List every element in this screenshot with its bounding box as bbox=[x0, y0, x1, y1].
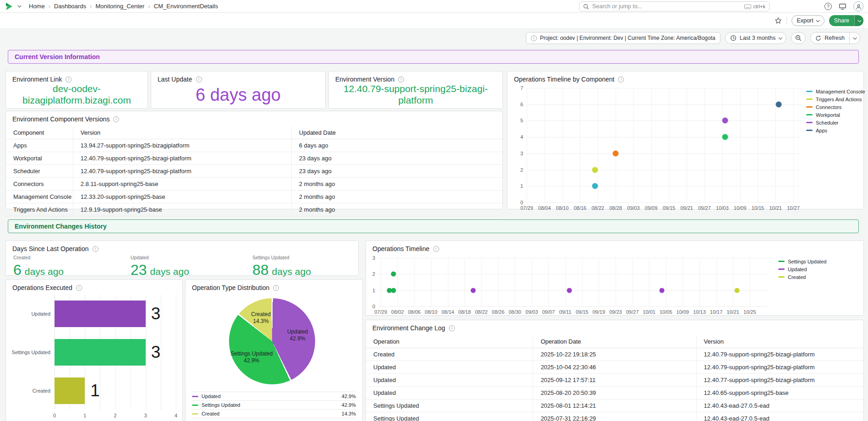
gridline-vertical bbox=[722, 88, 723, 202]
panel-title[interactable]: Operations Timeline bbox=[372, 245, 430, 252]
search-input[interactable] bbox=[592, 3, 741, 10]
panel-title[interactable]: Days Since Last Operation bbox=[12, 245, 89, 252]
gridline-vertical bbox=[599, 258, 599, 306]
legend-item-apps[interactable]: Apps bbox=[806, 127, 865, 133]
panel-title[interactable]: Operations Executed bbox=[12, 284, 72, 291]
panel-title[interactable]: Environment Version bbox=[335, 76, 394, 83]
x-axis-tick-label: 09/23 bbox=[609, 309, 622, 315]
gridline-vertical bbox=[161, 295, 161, 410]
breadcrumb-item-home[interactable]: Home bbox=[29, 3, 45, 10]
legend-item-created[interactable]: Created14.3% bbox=[192, 409, 356, 418]
data-point-triggers-and-actions bbox=[592, 167, 598, 173]
legend-item-management-console[interactable]: Management Console bbox=[806, 88, 865, 94]
gridline-vertical bbox=[176, 295, 176, 410]
info-icon[interactable]: i bbox=[66, 77, 71, 82]
search-shortcut: ctrl+k bbox=[744, 4, 765, 9]
breadcrumb-separator: › bbox=[90, 3, 92, 10]
gridline-vertical bbox=[740, 88, 741, 202]
x-axis-tick-label: 08/18 bbox=[459, 309, 471, 315]
refresh-interval-chevron[interactable] bbox=[849, 33, 860, 44]
panel-title[interactable]: Environment Component Versions bbox=[12, 115, 109, 123]
share-options-chevron[interactable] bbox=[854, 15, 863, 26]
section-environment-changes-history[interactable]: Environment Changes History bbox=[8, 219, 859, 233]
share-button[interactable]: Share bbox=[829, 15, 854, 26]
bar-value-label: 1 bbox=[90, 381, 100, 400]
info-icon[interactable]: i bbox=[113, 116, 119, 122]
panel-title[interactable]: Environment Change Log bbox=[372, 324, 445, 332]
y-axis-tick-label: 6 bbox=[520, 102, 523, 107]
refresh-button[interactable]: Refresh bbox=[811, 33, 849, 44]
column-header[interactable]: Version bbox=[696, 335, 863, 348]
info-icon[interactable]: i bbox=[449, 325, 455, 331]
news-monitor-icon[interactable] bbox=[839, 3, 846, 10]
column-header[interactable]: Component bbox=[6, 126, 73, 139]
gridline-vertical bbox=[515, 258, 515, 306]
info-icon[interactable]: i bbox=[196, 77, 202, 82]
info-icon[interactable]: i bbox=[273, 285, 279, 291]
table-row: Updated2025-08-20 20:50:3912.40.65-suppo… bbox=[366, 387, 863, 399]
column-header[interactable]: Version bbox=[73, 126, 291, 139]
help-icon[interactable]: ? bbox=[824, 3, 832, 10]
search-box[interactable]: ctrl+k bbox=[579, 1, 770, 11]
bar-category-label: Settings Updated bbox=[12, 350, 50, 355]
dashboard-scope-link[interactable]: i Project: oodev | Environment: Dev | Cu… bbox=[526, 32, 721, 44]
breadcrumb-item-dashboards[interactable]: Dashboards bbox=[54, 3, 86, 10]
panel-title[interactable]: Operations Timeline by Component bbox=[514, 76, 614, 83]
legend-swatch bbox=[192, 413, 198, 415]
export-button[interactable]: Export bbox=[792, 15, 824, 26]
legend-label: Updated bbox=[202, 394, 221, 399]
top-navbar: Home›Dashboards›Monitoring_Center›CM_Env… bbox=[0, 0, 868, 13]
info-icon[interactable]: i bbox=[618, 77, 624, 82]
environment-link-value[interactable]: dev-oodev-bizagiplatform.bizagi.com bbox=[11, 83, 143, 106]
panel-title[interactable]: Last Update bbox=[158, 76, 192, 83]
table-cell: 6 days ago bbox=[291, 139, 502, 152]
legend-item-connectors[interactable]: Connectors bbox=[806, 104, 865, 110]
gridline-horizontal bbox=[527, 104, 802, 105]
data-point-connectors bbox=[613, 150, 619, 156]
legend-item-settings-updated[interactable]: Settings Updated42.9% bbox=[192, 400, 356, 409]
gridline-vertical bbox=[704, 88, 705, 202]
info-icon[interactable]: i bbox=[93, 246, 98, 252]
legend-swatch bbox=[778, 268, 785, 270]
legend-item-updated[interactable]: Updated bbox=[778, 266, 826, 272]
breadcrumb-item-monitoring_center[interactable]: Monitoring_Center bbox=[95, 3, 144, 10]
column-header[interactable]: Operation Date bbox=[533, 335, 696, 348]
user-avatar[interactable] bbox=[853, 1, 863, 11]
legend-item-workportal[interactable]: Workportal bbox=[806, 112, 865, 118]
legend-item-created[interactable]: Created bbox=[778, 274, 826, 280]
legend-swatch bbox=[778, 261, 785, 262]
legend-item-triggers-and-actions[interactable]: Triggers And Actions bbox=[806, 96, 865, 102]
column-header[interactable]: Updated Date bbox=[291, 126, 502, 139]
gridline-vertical bbox=[464, 258, 465, 306]
org-switcher-chevron-icon[interactable] bbox=[17, 4, 21, 7]
info-icon[interactable]: i bbox=[76, 285, 82, 291]
gridline-vertical bbox=[682, 258, 683, 306]
grafana-logo-icon[interactable] bbox=[5, 2, 14, 11]
panel-title[interactable]: Environment Link bbox=[12, 76, 62, 83]
favorite-star-icon[interactable] bbox=[775, 17, 782, 24]
y-axis-tick-label: 1 bbox=[520, 183, 523, 189]
info-icon: i bbox=[531, 35, 537, 41]
info-icon[interactable]: i bbox=[398, 77, 404, 82]
legend-item-settings-updated[interactable]: Settings Updated bbox=[778, 258, 826, 264]
info-icon[interactable]: i bbox=[433, 246, 439, 252]
column-header[interactable]: Operation bbox=[366, 335, 533, 348]
x-axis-tick-label: 10/13 bbox=[693, 309, 706, 315]
legend-swatch bbox=[778, 276, 785, 278]
gridline-horizontal bbox=[527, 120, 802, 121]
zoom-out-button[interactable] bbox=[791, 32, 806, 44]
legend-item-scheduler[interactable]: Scheduler bbox=[806, 120, 865, 126]
bar-updated[interactable] bbox=[55, 301, 146, 327]
gridline-vertical bbox=[669, 88, 669, 202]
chevron-down-icon bbox=[816, 18, 819, 22]
breadcrumb: Home›Dashboards›Monitoring_Center›CM_Env… bbox=[29, 3, 218, 10]
x-axis-tick-label: 09/21 bbox=[680, 205, 693, 211]
bar-created[interactable] bbox=[55, 377, 85, 404]
time-range-picker[interactable]: Last 3 months bbox=[725, 32, 787, 44]
x-axis-tick-label: 08/22 bbox=[591, 205, 604, 211]
gridline-vertical bbox=[699, 258, 700, 306]
panel-title[interactable]: Operation Type Distribution bbox=[192, 284, 269, 291]
section-current-version-information[interactable]: Current Version Information bbox=[8, 50, 859, 64]
bar-settings-updated[interactable] bbox=[55, 339, 146, 366]
legend-item-updated[interactable]: Updated42.9% bbox=[192, 392, 356, 400]
